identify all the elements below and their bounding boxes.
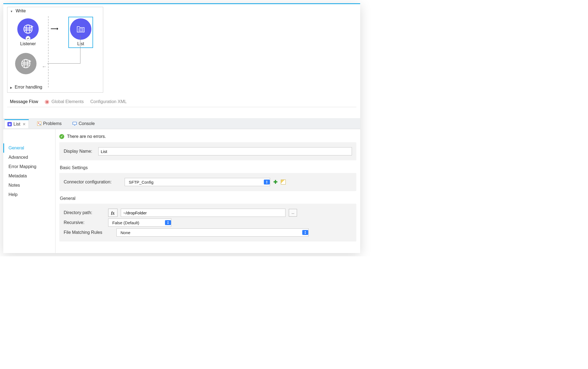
status-text: There are no errors.: [67, 134, 106, 139]
display-name-label: Display Name:: [64, 149, 95, 154]
directory-path-label: Directory path:: [64, 210, 105, 215]
file-matching-label: File Matching Rules: [64, 230, 113, 235]
sidenav-item-general[interactable]: General: [3, 143, 55, 153]
svg-rect-12: [73, 122, 77, 125]
recursive-value: False (Default): [111, 220, 141, 225]
sidenav-item-help[interactable]: Help: [3, 190, 55, 199]
svg-point-11: [40, 124, 41, 125]
expand-icon[interactable]: [10, 85, 13, 89]
flow-error-handling[interactable]: Error handling: [7, 83, 103, 92]
return-arrow-icon: ←: [42, 64, 47, 70]
listener-label: Listener: [20, 41, 36, 46]
ok-icon: ✓: [59, 134, 64, 139]
flow-connector-vert: [80, 36, 80, 63]
add-config-button[interactable]: ✚: [273, 179, 278, 185]
console-icon: [72, 121, 77, 126]
select-arrows-icon: ▲▼: [264, 180, 270, 185]
error-handling-label: Error handling: [15, 85, 42, 89]
flow-node-response[interactable]: [15, 53, 37, 74]
connector-config-label: Connector configuration:: [64, 180, 121, 185]
error-indicator-icon: ✕: [45, 100, 49, 104]
sidenav-item-metadata[interactable]: Metadata: [3, 171, 55, 181]
list-node-label: List: [70, 41, 91, 46]
tab-global-elements[interactable]: ✕ Global Elements: [45, 99, 84, 104]
flow-canvas[interactable]: Write ⇄ Listener: [3, 3, 360, 118]
svg-point-10: [38, 123, 39, 124]
edit-config-button[interactable]: [281, 180, 286, 185]
general-section-title: General: [59, 194, 356, 204]
sync-badge-icon: ⇄: [26, 36, 30, 41]
panel-tab-problems-label: Problems: [43, 121, 62, 126]
connector-config-value: SFTP_Config: [127, 180, 155, 185]
svg-rect-9: [37, 122, 41, 126]
panel-tab-problems[interactable]: Problems: [34, 120, 65, 128]
close-tab-button[interactable]: ✕: [23, 122, 26, 126]
basic-settings-title: Basic Settings: [59, 164, 356, 173]
flow-title[interactable]: Write: [7, 7, 103, 15]
tab-global-elements-label: Global Elements: [52, 99, 84, 104]
panel-tab-list-label: List: [13, 122, 20, 127]
flow-title-label: Write: [16, 8, 26, 13]
problems-icon: [37, 121, 41, 126]
flow-write-box[interactable]: Write ⇄ Listener: [7, 7, 103, 93]
properties-sidenav: General Advanced Error Mapping Metadata …: [3, 129, 55, 253]
connector-config-select[interactable]: SFTP_Config ▲▼: [125, 178, 270, 186]
bottom-panel-tabs: ◉ List ✕ Problems Console: [3, 118, 360, 129]
flow-arrow-icon: ⟶: [47, 25, 61, 32]
listener-icon: ⇄: [17, 18, 39, 40]
file-matching-value: None: [119, 230, 132, 235]
browse-button[interactable]: ...: [289, 209, 297, 217]
recursive-select[interactable]: False (Default) ▲▼: [108, 218, 171, 227]
panel-tab-list[interactable]: ◉ List ✕: [4, 119, 29, 128]
panel-tab-console[interactable]: Console: [70, 120, 97, 128]
collapse-icon[interactable]: [10, 8, 14, 13]
sidenav-item-notes[interactable]: Notes: [3, 181, 55, 190]
sidenav-item-advanced[interactable]: Advanced: [3, 153, 55, 162]
display-name-input[interactable]: [98, 147, 352, 155]
select-arrows-icon: ▲▼: [302, 230, 308, 235]
status-row: ✓ There are no errors.: [59, 133, 356, 142]
directory-path-input[interactable]: [121, 209, 285, 217]
select-arrows-icon: ▲▼: [165, 220, 171, 225]
list-icon: SFTP: [70, 18, 91, 40]
panel-tab-console-label: Console: [79, 121, 95, 126]
sidenav-item-error-mapping[interactable]: Error Mapping: [3, 162, 55, 171]
tab-configuration-xml[interactable]: Configuration XML: [90, 99, 127, 104]
svg-text:SFTP: SFTP: [79, 29, 83, 31]
flow-node-list-selected[interactable]: SFTP List: [68, 17, 93, 48]
list-tab-icon: ◉: [7, 122, 12, 126]
recursive-label: Recursive:: [64, 220, 105, 225]
flow-node-listener[interactable]: ⇄ Listener: [10, 18, 46, 46]
fx-expression-button[interactable]: fx: [108, 209, 117, 217]
tab-message-flow[interactable]: Message Flow: [10, 99, 38, 104]
flow-connector: [47, 63, 80, 64]
file-matching-select[interactable]: None ▲▼: [116, 228, 309, 237]
